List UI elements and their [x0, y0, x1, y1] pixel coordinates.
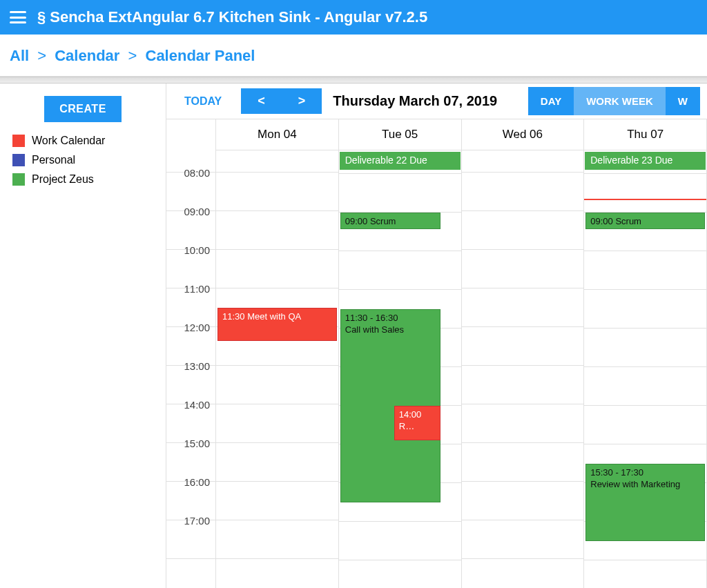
sencha-logo-icon: § [37, 8, 46, 26]
time-label: 09:00 [168, 206, 210, 217]
calendar-color-swatch [12, 135, 25, 147]
day-column: Tue 05Deliverable 22 Due09:00 Scrum11:30… [339, 119, 462, 588]
calendar-sidebar: CREATE Work Calendar Personal Project Ze… [0, 84, 166, 588]
create-button[interactable]: CREATE [44, 96, 122, 122]
view-button-group: DAY WORK WEEK W [528, 87, 700, 115]
time-label: 12:00 [168, 322, 210, 333]
time-label: 10:00 [168, 244, 210, 256]
day-header: Wed 06 [462, 119, 584, 150]
calendar-label: Personal [32, 154, 75, 166]
prev-button[interactable]: < [241, 88, 282, 114]
view-day-button[interactable]: DAY [528, 87, 574, 115]
time-label: 15:00 [168, 438, 210, 449]
calendar-event[interactable]: 15:30 - 17:30 Review with Marketing [585, 464, 705, 541]
time-slot-area[interactable]: 09:00 Scrum11:30 - 16:30 Call with Sales… [339, 174, 461, 560]
time-label: 08:00 [168, 167, 210, 179]
time-slot-area[interactable]: 11:30 Meet with QA [216, 173, 338, 559]
time-label: 11:00 [168, 283, 210, 295]
day-columns: Mon 0411:30 Meet with QATue 05Deliverabl… [216, 119, 707, 588]
calendar-panel: TODAY < > Thursday March 07, 2019 DAY WO… [166, 84, 707, 588]
allday-event[interactable]: Deliverable 23 Due [585, 152, 706, 170]
time-gutter: 08:0009:0010:0011:0012:0013:0014:0015:00… [166, 119, 216, 588]
time-label: 17:00 [168, 515, 210, 527]
calendar-title: Thursday March 07, 2019 [333, 93, 497, 109]
now-indicator [584, 199, 706, 200]
time-label: 16:00 [168, 476, 210, 488]
allday-row[interactable] [462, 150, 584, 173]
time-slot-area[interactable] [462, 173, 584, 559]
day-column: Mon 0411:30 Meet with QA [216, 119, 339, 588]
calendar-list-item[interactable]: Project Zeus [12, 173, 153, 186]
next-button[interactable]: > [282, 88, 322, 114]
view-workweek-button[interactable]: WORK WEEK [574, 87, 666, 115]
menu-icon[interactable] [10, 11, 26, 23]
calendar-event[interactable]: 14:00 R… [394, 406, 440, 440]
day-column: Thu 07Deliverable 23 Due09:00 Scrum15:30… [584, 119, 707, 588]
day-column: Wed 06 [462, 119, 585, 588]
calendar-event[interactable]: 09:00 Scrum [585, 213, 705, 229]
calendar-event[interactable]: 11:30 Meet with QA [217, 308, 337, 341]
breadcrumb-sep-icon: > [37, 47, 46, 64]
breadcrumb-root[interactable]: All [10, 47, 29, 64]
time-label: 13:00 [168, 360, 210, 372]
calendar-color-swatch [12, 173, 25, 186]
breadcrumb-sep-icon: > [128, 47, 137, 64]
breadcrumb-bar: All > Calendar > Calendar Panel [0, 35, 707, 77]
main-area: CREATE Work Calendar Personal Project Ze… [0, 84, 707, 588]
allday-event[interactable]: Deliverable 22 Due [340, 152, 461, 170]
calendar-event[interactable]: 09:00 Scrum [340, 213, 440, 229]
nav-button-group: < > [241, 88, 322, 114]
allday-row[interactable]: Deliverable 22 Due [339, 152, 461, 174]
time-label: 14:00 [168, 399, 210, 411]
app-header: § Sencha ExtAngular 6.7 Kitchen Sink - A… [0, 0, 707, 35]
app-title: Sencha ExtAngular 6.7 Kitchen Sink - Ang… [50, 8, 427, 26]
calendar-body: 08:0009:0010:0011:0012:0013:0014:0015:00… [166, 119, 707, 588]
calendar-toolbar: TODAY < > Thursday March 07, 2019 DAY WO… [166, 84, 707, 119]
calendar-label: Work Calendar [32, 135, 105, 147]
today-button[interactable]: TODAY [173, 88, 233, 115]
day-header: Mon 04 [216, 119, 338, 150]
calendar-list-item[interactable]: Personal [12, 154, 153, 166]
breadcrumb: All > Calendar > Calendar Panel [10, 47, 697, 65]
divider-strip [0, 77, 707, 84]
allday-row[interactable] [216, 150, 338, 173]
day-header: Tue 05 [339, 119, 461, 150]
time-slot-area[interactable]: 09:00 Scrum15:30 - 17:30 Review with Mar… [584, 174, 706, 560]
calendar-label: Project Zeus [32, 173, 94, 186]
allday-row[interactable]: Deliverable 23 Due [584, 152, 706, 174]
view-week-button[interactable]: W [666, 87, 700, 115]
breadcrumb-level1[interactable]: Calendar [55, 47, 119, 64]
breadcrumb-level2[interactable]: Calendar Panel [146, 47, 255, 64]
calendar-list: Work Calendar Personal Project Zeus [12, 135, 153, 186]
calendar-color-swatch [12, 154, 25, 166]
day-header: Thu 07 [584, 119, 706, 150]
calendar-list-item[interactable]: Work Calendar [12, 135, 153, 147]
